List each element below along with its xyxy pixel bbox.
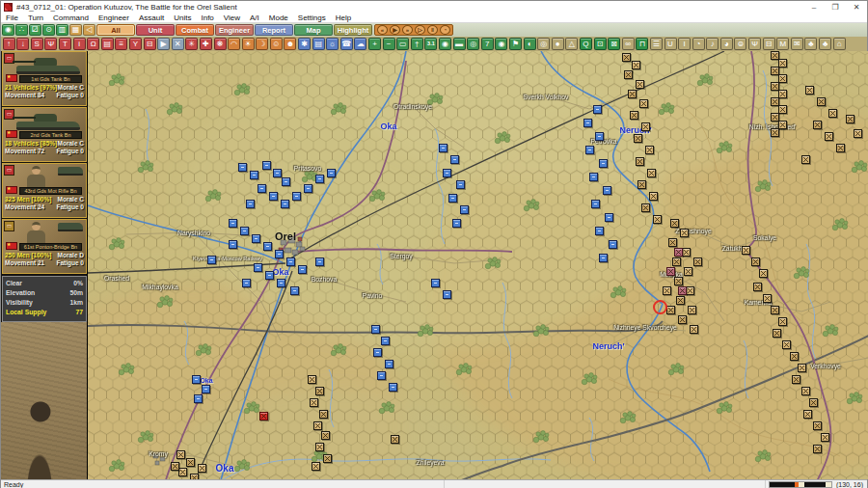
soviet-unit-counter[interactable] — [605, 213, 613, 222]
lamp-icon[interactable]: ☼ — [326, 38, 339, 50]
fence-icon[interactable]: ☰ — [650, 38, 663, 50]
german-unit-counter[interactable] — [778, 90, 787, 98]
soviet-unit-counter[interactable] — [298, 265, 307, 274]
soviet-unit-counter[interactable] — [591, 200, 600, 208]
soviet-unit-counter[interactable] — [202, 385, 210, 393]
signal-icon[interactable]: † — [411, 38, 423, 50]
soviet-unit-counter[interactable] — [263, 242, 272, 251]
menu-command[interactable]: Command — [48, 14, 94, 23]
sun-icon[interactable]: ☀ — [242, 38, 255, 50]
soviet-unit-counter[interactable] — [385, 360, 393, 368]
german-unit-counter[interactable] — [315, 387, 324, 395]
soviet-unit-counter[interactable] — [595, 227, 604, 235]
german-unit-counter[interactable] — [321, 431, 330, 440]
map-viewport[interactable]: OrelOtradinskoyeSverkh VolkhovNizh. Ishc… — [88, 51, 868, 479]
cloud-icon[interactable]: ☁ — [354, 38, 366, 50]
german-unit-counter[interactable] — [628, 90, 637, 98]
soviet-unit-counter[interactable] — [381, 337, 390, 345]
unit-panel-1[interactable]: ▭1st Gds Tank Bn21 Vehicles [97%]Morale … — [2, 51, 87, 106]
german-unit-counter[interactable] — [742, 246, 750, 255]
disc-icon[interactable]: ▬ — [453, 38, 466, 50]
flag-icon[interactable]: ⚑ — [509, 38, 522, 50]
german-unit-counter[interactable] — [801, 155, 810, 164]
soviet-unit-counter[interactable] — [585, 146, 594, 154]
lock-icon[interactable]: ⊓ — [636, 38, 648, 50]
german-unit-counter[interactable] — [813, 121, 822, 129]
save-icon[interactable]: ▦ — [69, 24, 82, 36]
gear2-icon[interactable]: ◎ — [467, 38, 479, 50]
german-unit-counter[interactable] — [778, 121, 787, 129]
german-unit-counter[interactable] — [828, 109, 837, 118]
german-unit-counter[interactable] — [813, 445, 822, 453]
move-up-icon[interactable]: ↑ — [3, 38, 15, 50]
soviet-unit-counter[interactable] — [593, 105, 602, 114]
smiley-dark-icon[interactable]: ☻ — [284, 38, 296, 50]
pause-icon[interactable]: ‖ — [427, 25, 438, 35]
turn-icon[interactable]: Ω — [87, 38, 99, 50]
soviet-unit-counter[interactable] — [371, 325, 380, 334]
hill-icon[interactable]: ⌂ — [833, 38, 846, 50]
soviet-unit-counter[interactable] — [452, 219, 461, 228]
tree2-icon[interactable]: ♣ — [819, 38, 831, 50]
soviet-unit-counter[interactable] — [254, 263, 262, 272]
german-unit-counter[interactable] — [630, 111, 638, 120]
german-unit-counter[interactable] — [817, 97, 826, 106]
german-unit-counter[interactable] — [310, 398, 318, 407]
soviet-unit-counter[interactable] — [262, 161, 271, 170]
soviet-unit-counter[interactable] — [583, 119, 592, 127]
soviet-unit-counter[interactable] — [431, 279, 440, 287]
tab-combat[interactable]: Combat — [176, 24, 214, 36]
hq-icon[interactable]: Ψ — [44, 38, 57, 50]
notebook-icon[interactable]: ▤ — [312, 38, 325, 50]
german-unit-counter[interactable] — [798, 364, 806, 372]
fast-forward-icon[interactable]: » — [402, 25, 413, 35]
unit-box-icon[interactable]: U — [665, 38, 677, 50]
dice-icon[interactable]: ⚂ — [29, 24, 41, 36]
step-icon[interactable]: ▷ — [415, 25, 425, 35]
jump-dot-icon[interactable]: ◉ — [2, 24, 14, 36]
soviet-unit-counter[interactable] — [282, 177, 290, 186]
network-icon[interactable]: ∴ — [15, 24, 28, 36]
unit-panel-2[interactable]: ▭2nd Gds Tank Bn18 Vehicles [85%]Morale … — [2, 107, 87, 162]
ledger-icon[interactable]: ▥ — [56, 24, 68, 36]
soviet-unit-counter[interactable] — [250, 171, 258, 179]
rewind-icon[interactable]: « — [377, 25, 388, 35]
german-unit-counter[interactable] — [686, 286, 694, 295]
german-unit-counter[interactable] — [792, 375, 800, 384]
german-unit-counter[interactable] — [647, 169, 656, 177]
soviet-unit-counter[interactable] — [595, 132, 604, 141]
unit-panel-3[interactable]: ▭43rd Gds Mot Rifle Bn325 Men [100%]Mora… — [2, 163, 87, 218]
equal-box-icon[interactable]: ⊟ — [763, 38, 775, 50]
move-down-icon[interactable]: ↓ — [16, 38, 29, 50]
clock-icon[interactable]: ◔ — [692, 38, 705, 50]
soviet-unit-counter[interactable] — [327, 169, 336, 177]
german-elite-unit-counter[interactable] — [666, 267, 675, 276]
german-unit-counter[interactable] — [676, 296, 685, 305]
hazard-icon[interactable]: △ — [565, 38, 578, 50]
german-unit-counter[interactable] — [636, 80, 644, 89]
german-unit-counter[interactable] — [854, 129, 862, 138]
german-unit-counter[interactable] — [836, 144, 845, 152]
german-unit-counter[interactable] — [171, 462, 179, 471]
german-unit-counter[interactable] — [198, 464, 206, 473]
german-unit-counter[interactable] — [672, 258, 681, 266]
bomb-icon[interactable]: ● — [552, 38, 564, 50]
repair-icon[interactable]: ✕ — [172, 38, 184, 50]
german-unit-counter[interactable] — [313, 421, 322, 430]
german-unit-counter[interactable] — [653, 215, 662, 224]
soviet-unit-counter[interactable] — [269, 192, 278, 201]
german-unit-counter[interactable] — [622, 53, 631, 62]
menu-engineer[interactable]: Engineer — [94, 14, 134, 23]
german-unit-counter[interactable] — [668, 238, 677, 247]
soviet-unit-counter[interactable] — [304, 184, 312, 193]
german-unit-counter[interactable] — [315, 443, 324, 451]
tab-engineer[interactable]: Engineer — [215, 24, 254, 36]
tab-all[interactable]: All — [96, 24, 135, 36]
soviet-unit-counter[interactable] — [281, 200, 289, 208]
soviet-unit-counter[interactable] — [258, 184, 266, 193]
soviet-unit-counter[interactable] — [609, 240, 617, 249]
gear-icon[interactable]: ◉ — [439, 38, 451, 50]
bridge-arc-icon[interactable]: ◠ — [228, 38, 240, 50]
tab-report[interactable]: Report — [255, 24, 293, 36]
german-unit-counter[interactable] — [825, 132, 833, 141]
